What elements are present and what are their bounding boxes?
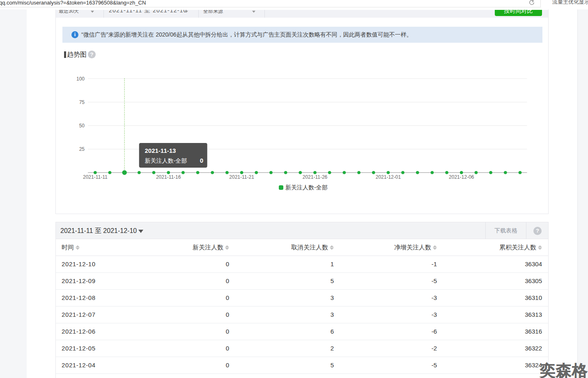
svg-text:0: 0 bbox=[200, 157, 203, 164]
svg-text:新关注人数-全部: 新关注人数-全部 bbox=[145, 157, 187, 164]
svg-text:2021-12-06: 2021-12-06 bbox=[449, 174, 474, 180]
svg-text:新关注人数-全部: 新关注人数-全部 bbox=[285, 184, 328, 191]
svg-text:25: 25 bbox=[79, 146, 85, 152]
svg-text:2021-11-21: 2021-11-21 bbox=[229, 174, 254, 180]
svg-text:2021-11-26: 2021-11-26 bbox=[303, 174, 328, 180]
svg-text:50: 50 bbox=[79, 123, 85, 129]
svg-text:2021-12-01: 2021-12-01 bbox=[376, 174, 401, 180]
svg-text:75: 75 bbox=[79, 99, 85, 105]
svg-text:2021-11-13: 2021-11-13 bbox=[145, 147, 176, 154]
svg-text:100: 100 bbox=[76, 76, 85, 82]
svg-text:2021-11-11: 2021-11-11 bbox=[83, 174, 108, 180]
svg-text:2021-11-16: 2021-11-16 bbox=[156, 174, 181, 180]
